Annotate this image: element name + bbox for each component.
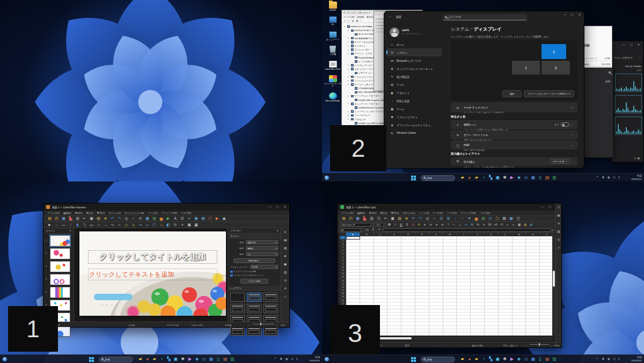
autofilter-icon[interactable]: ▼ bbox=[466, 216, 473, 220]
find-replace-icon[interactable]: ◎ bbox=[424, 216, 431, 220]
back-icon[interactable]: ← bbox=[389, 14, 392, 18]
folder-docs-taskbar-icon[interactable]: ▰ bbox=[473, 356, 479, 362]
monitor-1[interactable]: 1 bbox=[511, 60, 540, 75]
styles-tab-icon[interactable]: A bbox=[284, 287, 286, 290]
microsoft-store-taskbar-icon[interactable]: ▚ bbox=[166, 356, 172, 362]
calc-menu-ウィンドウ(W)[interactable]: ウィンドウ(W) bbox=[459, 212, 478, 214]
battery-icon[interactable]: ▯ bbox=[618, 357, 620, 360]
sidebar-item-アプリ[interactable]: ⊞アプリ bbox=[386, 81, 442, 89]
hdr-row[interactable]: ▢ HDRHDR に関する詳細情報 › bbox=[451, 141, 577, 149]
layout-title-only[interactable] bbox=[247, 304, 261, 313]
layout-blank[interactable] bbox=[230, 293, 245, 302]
display-grid-icon[interactable]: ⊞ bbox=[137, 216, 144, 220]
calendar-taskbar-icon[interactable]: ▦ bbox=[208, 356, 214, 362]
libreoffice-impress-taskbar-icon[interactable]: ▤ bbox=[544, 175, 550, 181]
input-line[interactable] bbox=[383, 228, 551, 232]
movies-tv-taskbar-icon[interactable]: ▶ bbox=[509, 356, 515, 362]
maps-taskbar-icon[interactable]: ◈ bbox=[194, 356, 200, 362]
microsoft-edge-taskbar-icon[interactable]: ◔ bbox=[481, 356, 487, 362]
maximize-icon[interactable]: ▢ bbox=[548, 205, 551, 208]
firefox-taskbar-icon[interactable]: ◕ bbox=[144, 356, 150, 362]
justify-icon[interactable]: ≡ bbox=[440, 223, 445, 227]
ime-mode-icon[interactable]: A bbox=[602, 357, 604, 360]
desktop-icon-folder[interactable]: aki341 bbox=[323, 2, 342, 11]
microsoft-store-taskbar-icon[interactable]: ▚ bbox=[488, 356, 494, 362]
night-light-toggle[interactable] bbox=[561, 122, 569, 127]
zoom-slider[interactable] bbox=[253, 324, 274, 324]
layout-title-content[interactable] bbox=[247, 293, 261, 302]
calc-menu-ファイル(F)[interactable]: ファイル(F) bbox=[340, 212, 355, 214]
desktop-icon-edge[interactable]: Microsoft Edge bbox=[323, 92, 342, 102]
microsoft-edge-taskbar-icon[interactable]: ◔ bbox=[481, 175, 487, 181]
file-explorer-taskbar-icon[interactable]: ▰ bbox=[459, 356, 465, 362]
export-pdf-icon[interactable]: ▙ bbox=[361, 216, 368, 220]
view-toggle-icons[interactable]: ▢▣ bbox=[634, 157, 641, 159]
insert-image-icon[interactable]: ▧ bbox=[480, 216, 487, 220]
layout-title-two-content[interactable] bbox=[230, 304, 245, 313]
insert-line-icon[interactable]: ╲ bbox=[81, 223, 88, 227]
field-dropdown-配置:[interactable]: 横置き∨ bbox=[246, 246, 279, 250]
taskbar-search[interactable]: 検索 bbox=[99, 357, 133, 362]
slide-thumbnail-1[interactable]: 1 bbox=[50, 235, 70, 246]
split-window-icon[interactable]: ◫ bbox=[515, 216, 522, 220]
mail-taskbar-icon[interactable]: ▭ bbox=[523, 175, 529, 181]
start-slideshow-icon[interactable]: ▶ bbox=[214, 216, 221, 220]
network-icon[interactable]: ◍ bbox=[286, 357, 288, 360]
clock[interactable]: 4:122025/11/21 bbox=[309, 356, 320, 362]
name-box[interactable]: A1∨ bbox=[340, 228, 363, 232]
symbol-shapes-icon[interactable]: ☺ bbox=[130, 223, 137, 227]
sidebar-item-ゲーム[interactable]: ▣ゲーム bbox=[386, 105, 442, 113]
maps-taskbar-icon[interactable]: ◈ bbox=[516, 356, 522, 362]
tray-chevron-icon[interactable]: ^ bbox=[597, 176, 598, 179]
table-icon[interactable]: ▦ bbox=[144, 216, 151, 220]
firefox-taskbar-icon[interactable]: ◕ bbox=[466, 356, 472, 362]
slide-transition-tab-icon[interactable]: ▨ bbox=[284, 246, 287, 250]
impress-menu-編集(E)[interactable]: 編集(E) bbox=[62, 212, 72, 214]
calc-menu-スタイル(Y)[interactable]: スタイル(Y) bbox=[401, 212, 416, 214]
battery-icon[interactable]: ▯ bbox=[618, 176, 620, 179]
font-size-input[interactable]: 10.5∨ bbox=[375, 223, 386, 227]
layout-vertical-title-content[interactable] bbox=[264, 326, 278, 336]
insert-row-icon[interactable]: ⊟ bbox=[438, 216, 445, 220]
start-button[interactable] bbox=[89, 357, 94, 362]
movies-tv-taskbar-icon[interactable]: ▶ bbox=[187, 356, 193, 362]
special-character-icon[interactable]: Ω bbox=[179, 216, 186, 220]
impress-menu-ツール(T)[interactable]: ツール(T) bbox=[146, 212, 159, 214]
align-center-icon[interactable]: ≡ bbox=[428, 223, 434, 227]
settings-taskbar-icon[interactable]: ✱ bbox=[502, 356, 508, 362]
open-icon[interactable]: ◰ bbox=[347, 216, 354, 220]
gallery-tab-icon[interactable]: ▥ bbox=[284, 271, 287, 274]
slide-1[interactable]: クリックしてタイトルを追加 クリックしてテキストを追加 ● ● ● ● bbox=[79, 231, 226, 316]
tray-chevron-icon[interactable]: ^ bbox=[597, 357, 598, 360]
desktop-icon-ctl[interactable]: コントロール パネル bbox=[323, 75, 342, 88]
master-slides-tab-icon[interactable]: ▣ bbox=[284, 263, 287, 266]
bold-icon[interactable]: B bbox=[386, 223, 392, 227]
indent-decrease-icon[interactable]: « bbox=[510, 223, 516, 227]
align-top-icon[interactable]: ⊤ bbox=[445, 223, 451, 227]
zoom-out[interactable]: − bbox=[248, 324, 250, 326]
maps-taskbar-icon[interactable]: ◈ bbox=[516, 175, 522, 181]
microsoft-store-taskbar-icon[interactable]: ▚ bbox=[488, 175, 494, 181]
details-label[interactable]: 詳細 bbox=[605, 80, 610, 83]
settings-taskbar-icon[interactable]: ✱ bbox=[502, 175, 508, 181]
file-explorer-taskbar-icon[interactable]: ▰ bbox=[137, 356, 143, 362]
movies-tv-taskbar-icon[interactable]: ▶ bbox=[509, 175, 515, 181]
minimize-icon[interactable]: — bbox=[541, 205, 544, 208]
line-style-icon[interactable]: — bbox=[60, 223, 67, 227]
undo-icon[interactable]: ↶ bbox=[109, 216, 116, 220]
master-view-button[interactable]: マスター表示 bbox=[240, 279, 268, 284]
photos-taskbar-icon[interactable]: ▣ bbox=[495, 356, 501, 362]
pivot-table-icon[interactable]: ⊡ bbox=[487, 216, 494, 220]
master-slide-dropdown[interactable]: Candy∨ bbox=[250, 265, 279, 269]
firefox-taskbar-icon[interactable]: ◕ bbox=[466, 175, 472, 181]
phone-link-taskbar-icon[interactable]: ▯ bbox=[215, 356, 221, 362]
widgets-icon[interactable] bbox=[325, 357, 329, 361]
align-right-icon[interactable]: ≡ bbox=[434, 223, 440, 227]
callouts-icon[interactable]: ▢ bbox=[151, 223, 158, 227]
text-box-icon[interactable]: A bbox=[172, 216, 179, 220]
menu-ファイル(F)[interactable]: ファイル(F) bbox=[343, 16, 354, 18]
ellipse-icon[interactable]: ○ bbox=[95, 223, 102, 227]
block-arrows-icon[interactable]: ⇒ bbox=[137, 223, 144, 227]
insert-media-icon[interactable]: ▶ bbox=[165, 216, 172, 220]
volume-icon[interactable]: ◁ bbox=[613, 357, 615, 360]
